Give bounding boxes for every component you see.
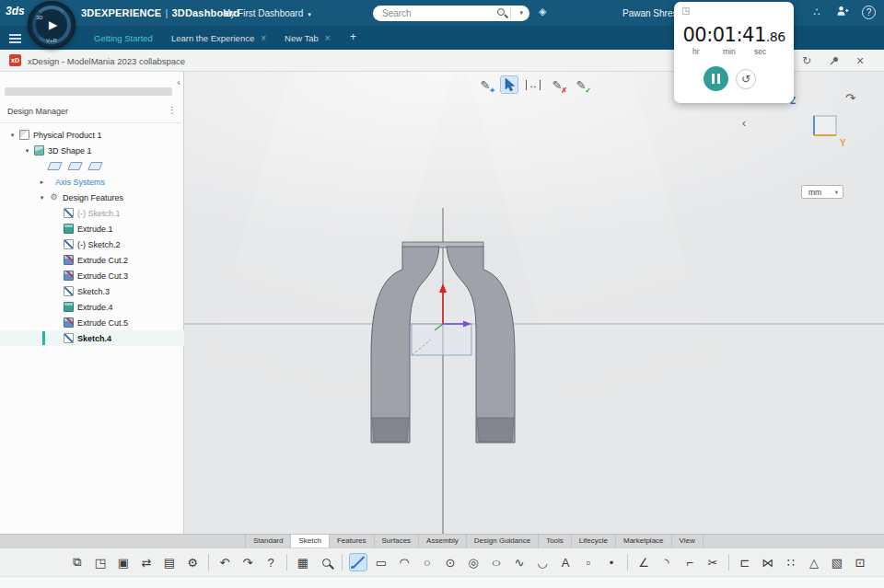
chevron-down-icon[interactable]: ▾ bbox=[308, 11, 311, 17]
slot-tool-icon[interactable]: ◠ bbox=[395, 553, 413, 571]
tree-caret-icon[interactable]: ▾ bbox=[37, 194, 47, 202]
3dexperience-compass[interactable]: ▶ 3D V+R bbox=[28, 1, 76, 49]
pause-button[interactable] bbox=[704, 66, 728, 91]
tree-row[interactable]: Extrude.4 bbox=[0, 299, 184, 315]
tree-row[interactable]: (-) Sketch.2 bbox=[0, 236, 184, 252]
center-circle-tool-icon[interactable]: ⊙ bbox=[441, 553, 459, 571]
insert-icon[interactable]: ◳ bbox=[91, 553, 110, 571]
ribbon-tab-standard[interactable]: Standard bbox=[245, 535, 291, 548]
tree-row[interactable]: Sketch.4 bbox=[0, 330, 184, 346]
constraint-tool-icon[interactable]: △ bbox=[805, 553, 823, 571]
circle-tool-icon[interactable]: ○ bbox=[418, 553, 436, 571]
ribbon-tab-design-guidance[interactable]: Design Guidance bbox=[467, 535, 539, 548]
ribbon-tab-view[interactable]: View bbox=[672, 535, 704, 548]
undo-icon[interactable]: ↶ bbox=[215, 553, 234, 571]
construction-tool-icon[interactable]: ▫ bbox=[579, 553, 598, 571]
ribbon-tab-tools[interactable]: Tools bbox=[539, 535, 572, 548]
fillet-tool-icon[interactable]: ◝ bbox=[657, 553, 676, 571]
close-icon[interactable]: × bbox=[853, 53, 867, 68]
tag-icon[interactable]: ◈ bbox=[539, 6, 546, 17]
dimension-icon[interactable]: ↔ bbox=[524, 75, 542, 94]
help-icon[interactable]: ? bbox=[862, 6, 876, 19]
corner-tool-icon[interactable]: ∠ bbox=[634, 553, 653, 571]
tree-row[interactable]: ▾⚙Design Features bbox=[0, 190, 184, 205]
help-tool-icon[interactable]: ? bbox=[262, 553, 280, 571]
chamfer-tool-icon[interactable]: ⌐ bbox=[680, 553, 699, 571]
tree-row[interactable]: ▸Axis Systems bbox=[0, 174, 184, 190]
trim-tool-icon[interactable]: ✂ bbox=[704, 553, 722, 571]
view-cube[interactable] bbox=[803, 109, 843, 153]
arc-tool-icon[interactable]: ◡ bbox=[533, 553, 552, 571]
plane-icon[interactable] bbox=[47, 162, 63, 170]
ribbon-tab-features[interactable]: Features bbox=[330, 535, 375, 548]
ribbon-tab-assembly[interactable]: Assembly bbox=[419, 535, 467, 548]
sketch-error-icon[interactable]: ✎✗ bbox=[548, 75, 566, 94]
chevron-left-icon[interactable]: ‹ bbox=[742, 117, 746, 130]
tree-row[interactable]: Extrude.1 bbox=[0, 221, 184, 236]
tree-caret-icon[interactable]: ▾ bbox=[7, 132, 17, 139]
select-icon[interactable] bbox=[500, 75, 518, 94]
panel-collapse-icon[interactable]: ‹ bbox=[177, 76, 180, 87]
sketch-validate-icon[interactable]: ✎✓ bbox=[572, 75, 590, 94]
grid-input-icon[interactable]: ▦ bbox=[294, 553, 312, 571]
ribbon-tab-surfaces[interactable]: Surfaces bbox=[375, 535, 420, 548]
save-icon[interactable]: ▣ bbox=[114, 553, 133, 571]
dashboard-tab[interactable]: New Tab× bbox=[285, 33, 331, 43]
panel-scrollbar[interactable] bbox=[5, 87, 172, 96]
popout-icon[interactable]: ◳ bbox=[681, 6, 690, 16]
search-input[interactable]: Search ▾ bbox=[373, 6, 529, 21]
pin-icon[interactable] bbox=[827, 55, 842, 70]
ellipse-tool-icon[interactable]: ○ bbox=[487, 553, 506, 571]
tree-caret-icon[interactable]: ▾ bbox=[22, 147, 32, 155]
reset-button[interactable]: ↺ bbox=[736, 69, 756, 89]
offset-tool-icon[interactable]: ⊏ bbox=[736, 553, 754, 571]
redo-icon[interactable]: ↷ bbox=[238, 553, 257, 571]
new-tab-button[interactable]: + bbox=[350, 30, 356, 43]
search-icon[interactable] bbox=[497, 8, 505, 16]
ribbon-tab-marketplace[interactable]: Marketplace bbox=[616, 535, 672, 548]
add-user-icon[interactable] bbox=[834, 5, 851, 19]
text-tool-icon[interactable]: A bbox=[556, 553, 575, 571]
tree-caret-icon[interactable]: ▸ bbox=[37, 179, 47, 186]
menu-icon[interactable] bbox=[9, 34, 21, 36]
capture-icon[interactable]: ▤ bbox=[160, 553, 179, 571]
tree-row[interactable]: ▾Physical Product 1 bbox=[0, 127, 184, 143]
plane-icon[interactable] bbox=[67, 162, 83, 170]
rectangle-tool-icon[interactable]: ▭ bbox=[372, 553, 390, 571]
update-icon[interactable]: ⇄ bbox=[137, 553, 156, 571]
tree-row[interactable]: ▾3D Shape 1 bbox=[0, 143, 184, 158]
concentric-circle-tool-icon[interactable]: ◎ bbox=[464, 553, 483, 571]
exit-sketch-icon[interactable]: ⊡ bbox=[851, 553, 869, 571]
tree-row-planes[interactable] bbox=[0, 158, 184, 174]
tree-row[interactable]: Extrude Cut.3 bbox=[0, 268, 184, 283]
line-tool-icon[interactable] bbox=[349, 553, 367, 571]
dashboard-tab[interactable]: Getting Started bbox=[94, 33, 153, 43]
plane-icon[interactable] bbox=[87, 162, 103, 170]
sketch-assist-icon[interactable]: ✎✦ bbox=[476, 75, 494, 94]
units-dropdown[interactable]: mm ▾ bbox=[801, 185, 843, 199]
refresh-icon[interactable]: ↻ bbox=[799, 53, 814, 68]
tab-close-icon[interactable]: × bbox=[325, 33, 331, 43]
ribbon-tab-sketch[interactable]: Sketch bbox=[291, 535, 329, 548]
tree-row[interactable]: (-) Sketch.1 bbox=[0, 205, 184, 221]
preferences-icon[interactable]: ⚙ bbox=[183, 553, 202, 571]
tree-row[interactable]: Extrude Cut.5 bbox=[0, 315, 184, 330]
design-share-icon[interactable]: ⧉ bbox=[68, 553, 87, 571]
tree-row[interactable]: Extrude Cut.2 bbox=[0, 252, 184, 268]
dashboard-tab[interactable]: Learn the Experience× bbox=[171, 33, 266, 43]
point-tool-icon[interactable]: • bbox=[602, 553, 621, 571]
pattern-tool-icon[interactable]: ∷ bbox=[782, 553, 800, 571]
mirror-tool-icon[interactable]: ⋈ bbox=[759, 553, 777, 571]
spline-tool-icon[interactable]: ∿ bbox=[510, 553, 529, 571]
network-icon[interactable]: ∴ bbox=[808, 6, 825, 20]
solid-preview-icon[interactable]: ▧ bbox=[828, 553, 846, 571]
search-options-icon[interactable]: ▾ bbox=[519, 9, 523, 17]
tree-row[interactable]: Sketch.3 bbox=[0, 283, 184, 299]
search-tools-icon[interactable] bbox=[317, 553, 335, 571]
ribbon-tab-lifecycle[interactable]: Lifecycle bbox=[572, 535, 616, 548]
compass-play-icon[interactable]: ▶ bbox=[29, 18, 74, 31]
user-name[interactable]: Pawan Shres bbox=[622, 8, 677, 18]
dashboard-selector[interactable]: My First Dashboard▾ bbox=[223, 8, 311, 18]
panel-menu-icon[interactable]: ⋮ bbox=[168, 105, 177, 115]
rotate-view-icon[interactable]: ↷ bbox=[845, 91, 855, 105]
